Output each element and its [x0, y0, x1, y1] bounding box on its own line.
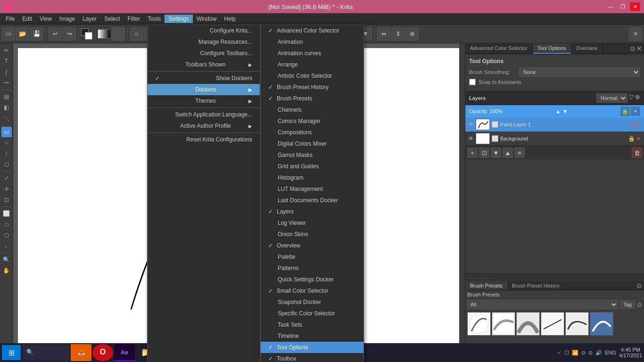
menu-configure-toolbars[interactable]: Configure Toolbars...	[148, 48, 260, 59]
docker-compositions[interactable]: Compositions	[261, 127, 363, 138]
brush-preset-2[interactable]	[492, 312, 515, 336]
layer-add-btn[interactable]: +	[631, 107, 640, 116]
tab-brush-preset-history[interactable]: Brush Preset History	[507, 281, 564, 290]
docker-gamut-masks[interactable]: Gamut Masks	[261, 149, 363, 161]
taskbar-time[interactable]: 4:45 PM 4/17/2021	[619, 347, 642, 358]
layers-options-btn[interactable]: ⊕	[635, 93, 640, 103]
layer-delete-btn[interactable]: ✕	[636, 121, 641, 128]
tool-move[interactable]: ✛	[1, 184, 12, 194]
layer-delete-btn2[interactable]: ✕	[636, 135, 641, 142]
menu-layer[interactable]: Layer	[79, 15, 100, 23]
brush-preset-1[interactable]	[467, 312, 491, 336]
taskbar-ae[interactable]: Ae	[114, 344, 135, 361]
menu-image[interactable]: Image	[56, 15, 79, 23]
docker-histogram[interactable]: Histogram	[261, 172, 363, 183]
brush-preset-5[interactable]	[565, 312, 589, 336]
layer-item-background[interactable]: 👁 Background 🔒 ✕	[465, 132, 644, 146]
pattern-btn[interactable]	[112, 27, 125, 41]
menu-toolbars-shown[interactable]: Toolbars Shown▶	[148, 59, 260, 70]
new-document-btn[interactable]: ▭	[2, 27, 15, 41]
taskbar-search[interactable]: 🔍	[23, 344, 70, 361]
tool-polygon-select[interactable]: ⬠	[1, 230, 12, 240]
layer-lock-btn[interactable]: 🔒	[620, 107, 630, 116]
menu-view[interactable]: View	[36, 15, 56, 23]
layer-item-paint1[interactable]: 👁 Paint Layer 1 ⊕ ✕	[465, 117, 644, 132]
menu-select[interactable]: Select	[100, 15, 124, 23]
soft-proofing-btn[interactable]: ≡	[629, 27, 642, 41]
snap-to-assistants-checkbox[interactable]	[469, 79, 476, 85]
docker-brush-preset-history[interactable]: Brush Preset History	[261, 82, 363, 93]
color-selector[interactable]	[81, 28, 92, 40]
start-button[interactable]: ⊞	[2, 345, 21, 360]
scroll-right[interactable]	[459, 43, 465, 349]
docker-snapshot[interactable]: Snapshot Docker	[261, 296, 363, 308]
menu-tools[interactable]: Tools	[144, 15, 165, 23]
docker-log-viewer[interactable]: Log Viewer	[261, 217, 363, 229]
docker-animation-curves[interactable]: Animation curves	[261, 48, 363, 59]
docker-task-sets[interactable]: Task Sets	[261, 319, 363, 330]
tool-multibrush[interactable]: ⋱	[1, 113, 12, 123]
tool-text[interactable]: T	[1, 56, 12, 66]
docker-animation[interactable]: Animation	[261, 36, 363, 48]
taskbar-firefox[interactable]: 🦊	[71, 344, 91, 361]
brush-preset-6[interactable]	[590, 312, 613, 336]
docker-arrange[interactable]: Arrange	[261, 59, 363, 70]
tool-rectangle[interactable]: ▭	[1, 127, 12, 137]
docker-onion-skins[interactable]: Onion Skins	[261, 229, 363, 240]
menu-dockers[interactable]: Dockers▶	[148, 84, 260, 95]
tool-zoom[interactable]: 🔍	[1, 255, 12, 265]
tab-overview[interactable]: Overview	[571, 43, 603, 54]
menu-filter[interactable]: Filter	[124, 15, 144, 23]
panel-close-btn[interactable]: ✕	[636, 45, 642, 52]
tool-elliptical-select[interactable]: ⬭	[1, 219, 12, 230]
menu-settings[interactable]: Settings	[165, 15, 192, 23]
layers-opacity-down[interactable]: ▼	[562, 108, 568, 114]
docker-brush-presets[interactable]: Brush Presets	[261, 93, 363, 104]
redo-btn[interactable]: ↪	[63, 27, 76, 41]
tool-freehand-select[interactable]: ⟔	[1, 241, 12, 251]
tool-dynamic-brush[interactable]: 〜	[1, 78, 12, 88]
maximize-button[interactable]: ❐	[618, 2, 628, 11]
menu-manage-resources[interactable]: Manage Resources...	[148, 36, 260, 48]
docker-digital-colors-mixer[interactable]: Digital Colors Mixer	[261, 138, 363, 149]
background-color[interactable]	[85, 32, 92, 40]
layer-visibility-eye[interactable]: 👁	[468, 121, 474, 128]
menu-edit[interactable]: Edit	[18, 15, 36, 23]
docker-grid-and-guides[interactable]: Grid and Guides	[261, 161, 363, 172]
docker-specific-color-selector[interactable]: Specific Color Selector	[261, 308, 363, 319]
layer-visibility-eye2[interactable]: 👁	[468, 135, 474, 142]
tool-gradient[interactable]: ◧	[1, 102, 12, 113]
menu-themes[interactable]: Themes▶	[148, 95, 260, 107]
minimize-button[interactable]: —	[605, 2, 616, 11]
docker-quick-settings[interactable]: Quick Settings Docker	[261, 274, 363, 285]
tool-calligraphy[interactable]: ∫	[1, 67, 12, 77]
brush-preset-4[interactable]	[541, 312, 564, 336]
docker-toolbox[interactable]: Toolbox	[261, 353, 363, 362]
copy-layer-btn[interactable]: ⊡	[479, 148, 489, 158]
menu-reset-config[interactable]: Reset Krita Configurations	[148, 134, 260, 145]
tab-tool-options[interactable]: Tool Options	[533, 43, 571, 54]
tool-pan[interactable]: ✋	[1, 265, 12, 276]
docker-channels[interactable]: Channels	[261, 104, 363, 115]
brush-panel-options-btn[interactable]: ⊙	[636, 282, 642, 289]
layer-duplicate-btn[interactable]: ⊕	[630, 121, 635, 128]
tab-advanced-color-selector[interactable]: Advanced Color Selector	[465, 43, 533, 54]
menu-window[interactable]: Window	[193, 15, 221, 23]
panel-options-btn[interactable]: ⊙	[630, 45, 636, 52]
layer-properties-btn[interactable]: ≡	[514, 148, 525, 158]
docker-tool-options[interactable]: Tool Options	[261, 342, 363, 353]
docker-layers[interactable]: Layers	[261, 206, 363, 217]
move-layer-up-btn[interactable]: ▲	[503, 148, 513, 158]
docker-advanced-color-selector[interactable]: Advanced Color Selector	[261, 25, 363, 36]
delete-layer-btn[interactable]: 🗑	[632, 148, 642, 158]
docker-artistic-color-selector[interactable]: Artistic Color Selector	[261, 70, 363, 82]
undo-btn[interactable]: ↩	[49, 27, 62, 41]
docker-timeline[interactable]: Timeline	[261, 330, 363, 342]
taskbar-opera[interactable]: O	[92, 344, 113, 361]
docker-lut-management[interactable]: LUT Management	[261, 183, 363, 195]
menu-active-author[interactable]: Active Author Profile▶	[148, 120, 260, 132]
docker-palette[interactable]: Palette	[261, 251, 363, 263]
tab-brush-presets[interactable]: Brush Presets	[465, 281, 507, 290]
mirror-h-btn[interactable]: ⇔	[377, 27, 390, 41]
tool-polygon[interactable]: ⬡	[1, 159, 12, 170]
